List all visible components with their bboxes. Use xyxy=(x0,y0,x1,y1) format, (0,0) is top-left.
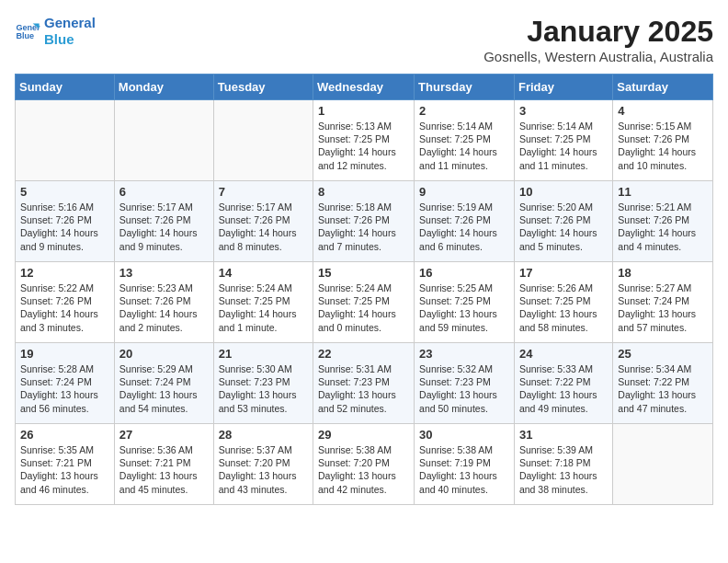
day-number: 6 xyxy=(119,185,209,199)
cell-info-line: Daylight: 13 hours xyxy=(219,388,308,401)
cell-info-line: Daylight: 14 hours xyxy=(318,145,409,158)
cell-info-line: Sunrise: 5:37 AM xyxy=(219,443,308,456)
cell-info-line: Sunset: 7:25 PM xyxy=(318,132,409,145)
cell-info-line: Daylight: 14 hours xyxy=(318,226,409,239)
cell-info-line: Sunset: 7:19 PM xyxy=(419,456,509,469)
calendar-cell: 19Sunrise: 5:28 AMSunset: 7:24 PMDayligh… xyxy=(16,343,115,424)
cell-info-line: Sunrise: 5:17 AM xyxy=(219,201,308,213)
day-number: 4 xyxy=(618,104,708,118)
cell-info-line: Daylight: 13 hours xyxy=(618,307,708,320)
cell-info-line: Sunset: 7:26 PM xyxy=(618,213,708,226)
calendar-cell: 9Sunrise: 5:19 AMSunset: 7:26 PMDaylight… xyxy=(415,181,515,262)
cell-info-line: Daylight: 14 hours xyxy=(119,307,209,320)
cell-info-line: Sunrise: 5:25 AM xyxy=(419,282,509,294)
day-number: 27 xyxy=(119,428,209,442)
calendar-cell xyxy=(16,100,115,181)
cell-info-line: Daylight: 13 hours xyxy=(419,469,509,482)
cell-info-line: Sunset: 7:24 PM xyxy=(618,294,708,307)
day-number: 19 xyxy=(20,347,109,361)
logo-icon: General Blue xyxy=(15,18,40,44)
cell-info-line: Sunrise: 5:38 AM xyxy=(419,443,509,456)
title-block: January 2025 Gosnells, Western Australia… xyxy=(483,15,713,64)
cell-info-line: and 54 minutes. xyxy=(119,402,209,415)
cell-info-line: Sunset: 7:22 PM xyxy=(618,375,708,388)
cell-info-line: Sunrise: 5:21 AM xyxy=(618,201,708,213)
cell-info-line: Sunrise: 5:39 AM xyxy=(519,443,608,456)
weekday-header-wednesday: Wednesday xyxy=(313,75,415,100)
cell-info-line: Sunrise: 5:33 AM xyxy=(519,362,608,375)
cell-info-line: Daylight: 13 hours xyxy=(119,388,209,401)
cell-info-line: Sunset: 7:18 PM xyxy=(519,456,608,469)
calendar-cell: 31Sunrise: 5:39 AMSunset: 7:18 PMDayligh… xyxy=(514,424,612,505)
cell-info-line: and 6 minutes. xyxy=(419,240,509,253)
cell-info-line: Daylight: 13 hours xyxy=(219,469,308,482)
day-number: 15 xyxy=(318,266,409,280)
cell-info-line: Daylight: 14 hours xyxy=(119,226,209,239)
cell-info-line: Sunset: 7:21 PM xyxy=(20,456,109,469)
cell-info-line: Sunset: 7:25 PM xyxy=(419,132,509,145)
week-row-5: 26Sunrise: 5:35 AMSunset: 7:21 PMDayligh… xyxy=(16,424,713,505)
calendar-cell: 11Sunrise: 5:21 AMSunset: 7:26 PMDayligh… xyxy=(613,181,713,262)
cell-info-line: Sunset: 7:20 PM xyxy=(219,456,308,469)
cell-info-line: and 47 minutes. xyxy=(618,402,708,415)
cell-info-line: Daylight: 13 hours xyxy=(318,469,409,482)
calendar-cell: 25Sunrise: 5:34 AMSunset: 7:22 PMDayligh… xyxy=(613,343,713,424)
weekday-header-tuesday: Tuesday xyxy=(213,75,313,100)
day-number: 23 xyxy=(419,347,509,361)
day-number: 11 xyxy=(618,185,708,199)
calendar-cell: 21Sunrise: 5:30 AMSunset: 7:23 PMDayligh… xyxy=(213,343,313,424)
day-number: 12 xyxy=(20,266,109,280)
cell-info-line: and 40 minutes. xyxy=(419,483,509,496)
day-number: 18 xyxy=(618,266,708,280)
cell-info-line: Sunset: 7:23 PM xyxy=(219,375,308,388)
cell-info-line: Sunset: 7:26 PM xyxy=(318,213,409,226)
cell-info-line: and 9 minutes. xyxy=(119,240,209,253)
cell-info-line: Sunrise: 5:27 AM xyxy=(618,282,708,294)
calendar-cell xyxy=(213,100,313,181)
cell-info-line: Sunset: 7:22 PM xyxy=(519,375,608,388)
week-row-2: 5Sunrise: 5:16 AMSunset: 7:26 PMDaylight… xyxy=(16,181,713,262)
day-number: 9 xyxy=(419,185,509,199)
cell-info-line: and 12 minutes. xyxy=(318,159,409,172)
cell-info-line: Sunset: 7:25 PM xyxy=(318,294,409,307)
cell-info-line: Daylight: 14 hours xyxy=(419,145,509,158)
cell-info-line: Daylight: 14 hours xyxy=(419,226,509,239)
weekday-header-monday: Monday xyxy=(114,75,213,100)
cell-info-line: Sunset: 7:21 PM xyxy=(119,456,209,469)
calendar-cell: 3Sunrise: 5:14 AMSunset: 7:25 PMDaylight… xyxy=(514,100,612,181)
cell-info-line: and 11 minutes. xyxy=(419,159,509,172)
day-number: 3 xyxy=(519,104,608,118)
cell-info-line: Daylight: 14 hours xyxy=(618,145,708,158)
cell-info-line: Sunrise: 5:32 AM xyxy=(419,362,509,375)
cell-info-line: Sunrise: 5:30 AM xyxy=(219,362,308,375)
cell-info-line: Sunset: 7:25 PM xyxy=(419,294,509,307)
location: Gosnells, Western Australia, Australia xyxy=(483,49,713,64)
calendar-cell: 5Sunrise: 5:16 AMSunset: 7:26 PMDaylight… xyxy=(16,181,115,262)
calendar-cell xyxy=(613,424,713,505)
cell-info-line: Daylight: 13 hours xyxy=(419,307,509,320)
calendar-cell: 1Sunrise: 5:13 AMSunset: 7:25 PMDaylight… xyxy=(313,100,415,181)
cell-info-line: Sunrise: 5:38 AM xyxy=(318,443,409,456)
cell-info-line: Daylight: 13 hours xyxy=(20,469,109,482)
cell-info-line: Sunset: 7:20 PM xyxy=(318,456,409,469)
day-number: 7 xyxy=(219,185,308,199)
weekday-header-row: SundayMondayTuesdayWednesdayThursdayFrid… xyxy=(16,75,713,100)
cell-info-line: Sunrise: 5:34 AM xyxy=(618,362,708,375)
day-number: 21 xyxy=(219,347,308,361)
cell-info-line: Sunset: 7:25 PM xyxy=(519,294,608,307)
cell-info-line: and 4 minutes. xyxy=(618,240,708,253)
day-number: 14 xyxy=(219,266,308,280)
cell-info-line: and 10 minutes. xyxy=(618,159,708,172)
cell-info-line: Sunrise: 5:31 AM xyxy=(318,362,409,375)
month-title: January 2025 xyxy=(483,15,713,49)
cell-info-line: Sunset: 7:25 PM xyxy=(219,294,308,307)
cell-info-line: Daylight: 13 hours xyxy=(519,388,608,401)
cell-info-line: Sunrise: 5:35 AM xyxy=(20,443,109,456)
cell-info-line: Sunset: 7:26 PM xyxy=(419,213,509,226)
cell-info-line: Sunset: 7:25 PM xyxy=(519,132,608,145)
cell-info-line: Sunset: 7:26 PM xyxy=(119,213,209,226)
cell-info-line: Sunset: 7:26 PM xyxy=(119,294,209,307)
cell-info-line: Sunrise: 5:23 AM xyxy=(119,282,209,294)
calendar-cell xyxy=(114,100,213,181)
cell-info-line: Daylight: 14 hours xyxy=(618,226,708,239)
